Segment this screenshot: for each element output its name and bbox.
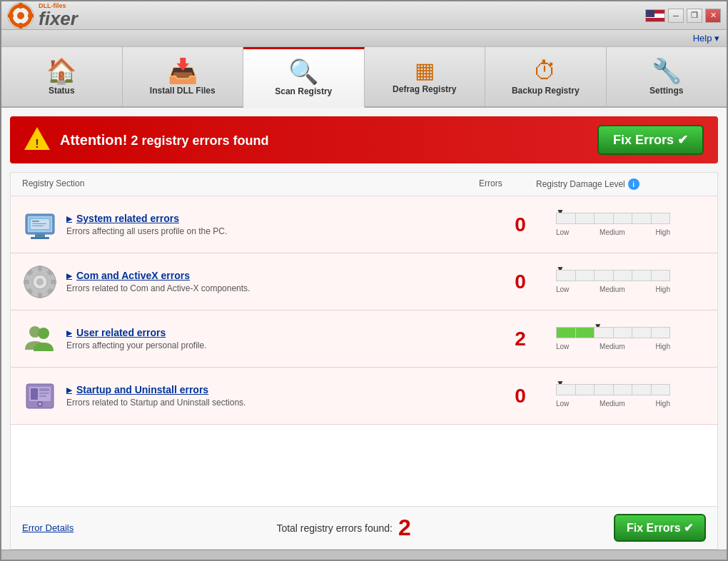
tab-backup-registry[interactable]: ⏱ Backup Registry bbox=[485, 47, 607, 106]
com-errors-count: 0 bbox=[492, 271, 549, 293]
svg-rect-5 bbox=[8, 14, 14, 18]
damage-header-text: Registry Damage Level bbox=[536, 179, 625, 189]
seg6 bbox=[652, 385, 670, 395]
row-left: ▶ Com and ActiveX errors Errors related … bbox=[22, 264, 492, 300]
help-bar: Help ▾ bbox=[1, 30, 727, 47]
row-content: ▶ System related errors Errors affecting… bbox=[66, 213, 227, 236]
seg3 bbox=[595, 328, 614, 338]
startup-desc: Errors related to Startup and Uninstall … bbox=[66, 398, 246, 408]
fix-errors-button-top[interactable]: Fix Errors ✔ bbox=[597, 125, 704, 155]
com-errors-link[interactable]: Com and ActiveX errors bbox=[76, 270, 190, 281]
computer-svg bbox=[22, 207, 58, 243]
defrag-icon: ▦ bbox=[415, 60, 435, 81]
seg4 bbox=[614, 213, 633, 223]
row-left: ▶ System related errors Errors affecting… bbox=[22, 207, 492, 243]
table-footer: Error Details Total registry errors foun… bbox=[11, 506, 717, 549]
row-content: ▶ Com and ActiveX errors Errors related … bbox=[66, 270, 250, 293]
seg2 bbox=[576, 385, 595, 395]
damage-bar-wrapper: ▼ bbox=[556, 327, 670, 338]
seg2 bbox=[576, 271, 595, 280]
seg4 bbox=[614, 328, 633, 338]
label-low: Low bbox=[556, 400, 569, 408]
tab-install-dll-label: Install DLL Files bbox=[150, 86, 216, 96]
damage-bar-user bbox=[556, 327, 670, 338]
registry-table: Registry Section Errors Registry Damage … bbox=[10, 172, 718, 550]
tab-scan-registry[interactable]: 🔍 Scan Registry bbox=[243, 47, 365, 108]
row-title-user[interactable]: ▶ User related errors bbox=[66, 327, 207, 338]
title-bar-left: DLL-files fixer bbox=[7, 2, 78, 29]
tab-defrag-registry[interactable]: ▦ Defrag Registry bbox=[365, 47, 486, 106]
fix-errors-button-bottom[interactable]: Fix Errors ✔ bbox=[614, 514, 706, 542]
user-desc: Errors affecting your personal profile. bbox=[66, 340, 207, 350]
language-flag[interactable] bbox=[645, 9, 665, 22]
row-title-com[interactable]: ▶ Com and ActiveX errors bbox=[66, 270, 250, 281]
seg3 bbox=[595, 385, 614, 395]
label-low: Low bbox=[556, 343, 569, 350]
startup-errors-link[interactable]: Startup and Uninstall errors bbox=[76, 384, 208, 395]
seg5 bbox=[632, 213, 652, 223]
footer-total: Total registry errors found: 2 bbox=[276, 515, 410, 541]
label-low: Low bbox=[556, 228, 569, 236]
svg-rect-20 bbox=[38, 293, 42, 298]
seg6 bbox=[652, 328, 670, 338]
expand-arrow-user: ▶ bbox=[66, 329, 72, 337]
damage-labels-system: Low Medium High bbox=[556, 228, 670, 236]
seg3 bbox=[595, 271, 614, 280]
svg-rect-34 bbox=[39, 388, 49, 391]
tab-status-label: Status bbox=[49, 86, 75, 96]
help-link[interactable]: Help ▾ bbox=[693, 33, 719, 44]
svg-point-18 bbox=[36, 278, 44, 285]
tab-defrag-label: Defrag Registry bbox=[393, 84, 456, 94]
damage-bar-wrapper: ▼ bbox=[556, 270, 670, 281]
damage-labels-com: Low Medium High bbox=[556, 285, 670, 293]
error-details-link[interactable]: Error Details bbox=[22, 522, 74, 533]
app-name: fixer bbox=[39, 9, 78, 28]
svg-rect-6 bbox=[28, 14, 34, 18]
header-section: Registry Section bbox=[22, 178, 479, 190]
label-low: Low bbox=[556, 285, 569, 293]
damage-bar-wrapper: ▼ bbox=[556, 384, 670, 395]
system-errors-count: 0 bbox=[492, 213, 549, 236]
bottom-bar bbox=[1, 550, 727, 560]
install-icon: 📥 bbox=[168, 59, 198, 83]
total-value: 2 bbox=[398, 515, 411, 541]
tab-settings[interactable]: 🔧 Settings bbox=[607, 47, 727, 106]
tab-install-dll[interactable]: 📥 Install DLL Files bbox=[123, 47, 244, 106]
damage-bar-system bbox=[556, 213, 670, 224]
startup-errors-count: 0 bbox=[492, 385, 549, 408]
user-errors-count: 2 bbox=[492, 328, 549, 350]
label-high: High bbox=[655, 343, 670, 350]
seg1 bbox=[557, 385, 576, 395]
svg-rect-15 bbox=[32, 226, 44, 226]
alert-text: Attention! 2 registry errors found bbox=[60, 132, 268, 148]
logo-text-group: DLL-files fixer bbox=[39, 3, 78, 28]
seg1 bbox=[557, 271, 576, 280]
title-bar: DLL-files fixer ─ ❐ ✕ bbox=[1, 1, 727, 30]
expand-arrow-com: ▶ bbox=[66, 272, 72, 280]
row-title-system[interactable]: ▶ System related errors bbox=[66, 213, 227, 224]
damage-bar-wrapper: ▼ bbox=[556, 213, 670, 224]
close-button[interactable]: ✕ bbox=[705, 9, 721, 23]
svg-rect-22 bbox=[51, 280, 56, 284]
label-medium: Medium bbox=[600, 343, 625, 350]
attention-label: Attention! bbox=[60, 132, 127, 148]
svg-point-32 bbox=[39, 403, 41, 405]
row-title-startup[interactable]: ▶ Startup and Uninstall errors bbox=[66, 384, 246, 395]
svg-rect-19 bbox=[38, 266, 42, 271]
tab-status[interactable]: 🏠 Status bbox=[1, 47, 123, 106]
label-high: High bbox=[655, 228, 670, 236]
damage-labels-startup: Low Medium High bbox=[556, 400, 670, 408]
info-icon[interactable]: i bbox=[628, 178, 639, 190]
warning-icon: ! bbox=[24, 127, 50, 153]
seg5 bbox=[632, 385, 652, 395]
users-icon bbox=[22, 321, 58, 357]
svg-rect-3 bbox=[19, 3, 23, 9]
user-damage: ▼ Low Medium bbox=[549, 327, 706, 350]
system-errors-link[interactable]: System related errors bbox=[76, 213, 179, 224]
tab-backup-label: Backup Registry bbox=[512, 86, 580, 96]
system-damage: ▼ Low Medium bbox=[549, 213, 706, 236]
restore-button[interactable]: ❐ bbox=[687, 9, 702, 23]
svg-rect-35 bbox=[39, 393, 49, 394]
minimize-button[interactable]: ─ bbox=[668, 9, 684, 23]
user-errors-link[interactable]: User related errors bbox=[76, 327, 166, 338]
